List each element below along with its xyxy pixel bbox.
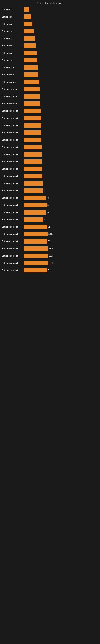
bar	[24, 261, 48, 265]
bar-label: Bottleneck result	[1, 117, 24, 119]
bar-label: Bottleneck resu	[1, 95, 24, 98]
bar-row: Bottleneck result53.3	[0, 245, 100, 252]
bar-row: Bottleneck result	[0, 180, 100, 187]
bar-container	[24, 51, 99, 55]
bar-label: Bottleneck result	[1, 153, 24, 156]
bar-row: Bottleneck result52.	[0, 267, 100, 274]
bar-container	[24, 145, 99, 149]
bar-label: Bottleneck result	[1, 204, 24, 206]
bar-label: Bottleneck result	[1, 124, 24, 126]
bar-label: Bottleneck r	[1, 44, 24, 47]
bar-container	[24, 94, 99, 98]
bar	[24, 22, 32, 26]
bar-row: Bottleneck result	[0, 122, 100, 129]
bar	[24, 210, 46, 214]
bar-label: Bottleneck result	[1, 190, 24, 192]
bar-container	[24, 160, 99, 164]
bar	[24, 217, 43, 222]
bar-row: Bottleneck result51.	[0, 202, 100, 208]
bar-row: Bottleneck result	[0, 151, 100, 158]
bar	[24, 102, 40, 106]
bar-container: 49	[24, 196, 99, 200]
bar-container	[24, 174, 99, 178]
bar-container: 54.2	[24, 261, 99, 265]
bar-container: 52.	[24, 268, 99, 272]
bar	[24, 109, 41, 113]
bar-row: Bottleneck result	[0, 129, 100, 136]
bar	[24, 80, 39, 84]
bar-value: 49	[47, 196, 49, 199]
bar-container	[24, 58, 99, 62]
bar-row: Bottleneck resu	[0, 100, 100, 107]
bar-container	[24, 152, 99, 156]
bar-row: Bottleneck resu	[0, 86, 100, 92]
bar	[24, 268, 48, 272]
bar-label: Bottleneck result	[1, 146, 24, 148]
bar-row: Bottleneck result4	[0, 216, 100, 223]
bar-label: Bottleneck result	[1, 196, 24, 199]
bar-value: 4	[43, 190, 45, 192]
bar	[24, 51, 37, 55]
bar-label: Bottleneck result	[1, 247, 24, 250]
bar	[24, 58, 37, 62]
bar-container	[24, 181, 99, 186]
bar-container: 49	[24, 210, 99, 214]
bar-label: Bottleneck r	[1, 23, 24, 25]
bar-container	[24, 138, 99, 142]
bar-value: 4	[44, 218, 45, 221]
bar	[24, 254, 48, 258]
bar	[24, 87, 40, 91]
bar-row: Bottleneck r	[0, 13, 100, 20]
bars-container: BottleneckBottleneck rBottleneck rBottle…	[0, 6, 100, 274]
bar-container	[24, 109, 99, 113]
bar-label: Bottleneck re	[1, 74, 24, 76]
bar-value: 52.	[48, 240, 51, 242]
bar-row: Bottleneck re	[0, 64, 100, 71]
bar-row: Bottleneck result	[0, 115, 100, 122]
bar-label: Bottleneck result	[1, 226, 24, 228]
bar	[24, 14, 31, 19]
bar-container: 51	[24, 224, 99, 229]
bar	[24, 160, 42, 164]
bar-label: Bottleneck	[1, 8, 24, 11]
bar	[24, 29, 34, 34]
bar-row: Bottleneck r	[0, 35, 100, 42]
bar-container: 53%	[24, 232, 99, 236]
bar-row: Bottleneck res	[0, 78, 100, 85]
bar-value: 51	[48, 226, 50, 228]
bar	[24, 44, 36, 48]
bar-label: Bottleneck r	[1, 37, 24, 40]
bar-label: Bottleneck result	[1, 139, 24, 141]
bar-label: Bottleneck result	[1, 211, 24, 214]
bar-value: 53%	[49, 233, 53, 235]
bar	[24, 72, 38, 77]
bar-container	[24, 130, 99, 135]
bar-row: Bottleneck r	[0, 50, 100, 56]
bar	[24, 174, 42, 178]
bar	[24, 167, 42, 171]
bar-row: Bottleneck r	[0, 42, 100, 49]
bar-row: Bottleneck result49	[0, 194, 100, 201]
bar	[24, 36, 35, 41]
bar	[24, 181, 43, 186]
bar-value: 54.2	[49, 262, 53, 264]
bar-label: Bottleneck r	[1, 30, 24, 32]
bar-row: Bottleneck result	[0, 173, 100, 180]
bar-container	[24, 72, 99, 77]
bar	[24, 7, 29, 12]
bar-container: 53.3	[24, 246, 99, 251]
bar-label: Bottleneck r	[1, 59, 24, 62]
bar-value: 51.	[48, 204, 50, 206]
bar-label: Bottleneck res	[1, 81, 24, 83]
bar-container	[24, 14, 99, 19]
bar-container	[24, 36, 99, 41]
bar-container	[24, 80, 99, 84]
bar-label: Bottleneck result	[1, 168, 24, 170]
bar	[24, 188, 43, 193]
bar	[24, 232, 48, 236]
bar-row: Bottleneck result	[0, 158, 100, 165]
bar-container	[24, 65, 99, 70]
bar-value: 52.	[48, 269, 51, 272]
bar	[24, 130, 41, 135]
bar-value: 53.7	[49, 254, 53, 257]
